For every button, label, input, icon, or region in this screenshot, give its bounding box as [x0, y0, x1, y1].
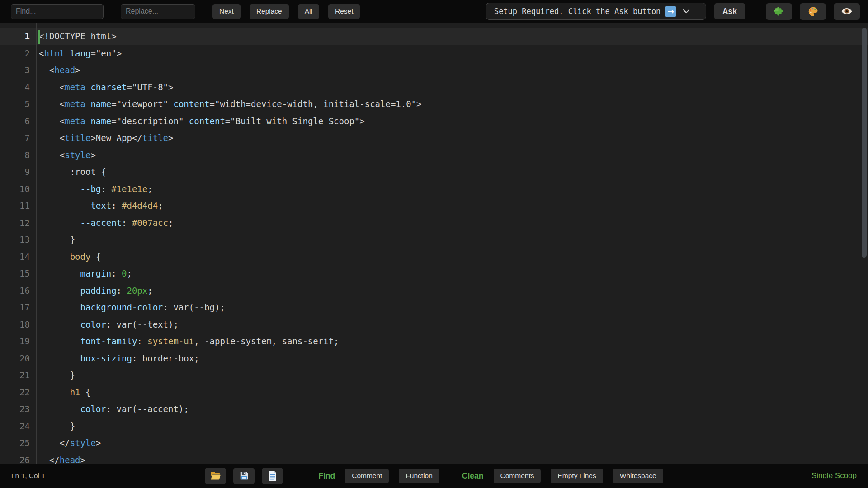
line-number: 22 [0, 384, 30, 401]
app-brand: Single Scoop [811, 471, 857, 480]
code-line[interactable]: 1<!DOCTYPE html> [0, 28, 868, 45]
line-number: 13 [0, 231, 30, 249]
line-number: 7 [0, 130, 30, 147]
code-line[interactable]: 8 <style> [0, 147, 868, 164]
code-text: --accent: #007acc; [30, 215, 173, 232]
status-dropdown[interactable]: Setup Required. Click the Ask button → [486, 3, 706, 20]
line-number: 6 [0, 113, 30, 130]
code-line[interactable]: 14 body { [0, 249, 868, 266]
find-input[interactable] [11, 4, 104, 19]
code-text: <html lang="en"> [30, 45, 122, 62]
code-text: } [30, 418, 75, 435]
extensions-button[interactable] [766, 3, 792, 20]
line-number: 11 [0, 197, 30, 215]
code-text: <meta charset="UTF-8"> [30, 79, 173, 96]
code-line[interactable]: 21 } [0, 367, 868, 384]
code-text: <meta name="description" content="Built … [30, 113, 365, 130]
reset-button[interactable]: Reset [328, 4, 360, 19]
code-text: h1 { [30, 384, 90, 401]
code-line[interactable]: 4 <meta charset="UTF-8"> [0, 79, 868, 96]
gutter-separator [36, 23, 37, 464]
code-line[interactable]: 16 padding: 20px; [0, 282, 868, 300]
code-line[interactable]: 20 box-sizing: border-box; [0, 350, 868, 367]
code-line[interactable]: 2<html lang="en"> [0, 45, 868, 62]
line-number: 10 [0, 181, 30, 198]
theme-button[interactable] [800, 3, 826, 20]
code-line[interactable]: 25 </style> [0, 435, 868, 452]
line-number: 12 [0, 215, 30, 232]
line-number: 19 [0, 333, 30, 350]
replace-input[interactable] [121, 4, 195, 19]
code-text: } [30, 367, 75, 384]
code-line[interactable]: 19 font-family: system-ui, -apple-system… [0, 333, 868, 350]
code-text: --bg: #1e1e1e; [30, 181, 153, 198]
vertical-scrollbar[interactable] [862, 28, 867, 258]
clean-comments-button[interactable]: Comments [494, 469, 541, 483]
code-text: background-color: var(--bg); [30, 299, 225, 316]
code-text: padding: 20px; [30, 282, 153, 300]
line-number: 20 [0, 350, 30, 367]
text-cursor [38, 30, 40, 44]
code-line[interactable]: 6 <meta name="description" content="Buil… [0, 113, 868, 130]
code-line[interactable]: 23 color: var(--accent); [0, 401, 868, 418]
code-text: </style> [30, 435, 101, 452]
code-text: :root { [30, 164, 106, 181]
line-number: 17 [0, 299, 30, 316]
save-file-button[interactable] [233, 468, 255, 484]
line-number: 23 [0, 401, 30, 418]
code-line[interactable]: 5 <meta name="viewport" content="width=d… [0, 96, 868, 113]
function-button[interactable]: Function [399, 469, 439, 483]
preview-button[interactable] [834, 3, 860, 20]
clean-empty-lines-button[interactable]: Empty Lines [551, 469, 603, 483]
line-number: 25 [0, 435, 30, 452]
line-number: 15 [0, 265, 30, 282]
line-number: 26 [0, 452, 30, 464]
new-file-button[interactable] [262, 468, 283, 484]
open-file-button[interactable] [205, 468, 226, 484]
code-editor[interactable]: 1<!DOCTYPE html>2<html lang="en">3 <head… [0, 23, 868, 464]
line-number: 24 [0, 418, 30, 435]
code-line[interactable]: 13 } [0, 231, 868, 249]
code-line[interactable]: 17 background-color: var(--bg); [0, 299, 868, 316]
code-line[interactable]: 7 <title>New App</title> [0, 130, 868, 147]
code-text: --text: #d4d4d4; [30, 197, 163, 215]
eye-icon [841, 6, 853, 16]
code-text: color: var(--text); [30, 316, 179, 333]
ask-button[interactable]: Ask [714, 3, 745, 19]
code-text: </head> [30, 452, 85, 464]
code-area: 1<!DOCTYPE html>2<html lang="en">3 <head… [0, 28, 868, 464]
code-line[interactable]: 18 color: var(--text); [0, 316, 868, 333]
right-arrow-icon: → [665, 6, 676, 17]
next-button[interactable]: Next [212, 4, 241, 19]
line-number: 1 [0, 28, 30, 45]
code-line[interactable]: 10 --bg: #1e1e1e; [0, 181, 868, 198]
code-line[interactable]: 22 h1 { [0, 384, 868, 401]
code-line[interactable]: 26 </head> [0, 452, 868, 464]
replace-button[interactable]: Replace [250, 4, 289, 19]
puzzle-icon [774, 6, 784, 17]
code-text: <head> [30, 62, 80, 79]
palette-icon [807, 6, 819, 17]
code-line[interactable]: 3 <head> [0, 62, 868, 79]
comment-button[interactable]: Comment [345, 469, 389, 483]
code-line[interactable]: 11 --text: #d4d4d4; [0, 197, 868, 215]
all-button[interactable]: All [298, 4, 319, 19]
code-text: body { [30, 249, 101, 266]
clean-whitespace-button[interactable]: Whitespace [613, 469, 663, 483]
line-number: 2 [0, 45, 30, 62]
chevron-down-icon [683, 9, 690, 14]
save-icon [239, 471, 249, 481]
clean-section-label: Clean [462, 471, 484, 481]
cursor-position: Ln 1, Col 1 [11, 472, 205, 480]
find-section-label: Find [318, 471, 335, 481]
code-text: box-sizing: border-box; [30, 350, 199, 367]
code-text: color: var(--accent); [30, 401, 189, 418]
code-line[interactable]: 24 } [0, 418, 868, 435]
code-line[interactable]: 12 --accent: #007acc; [0, 215, 868, 232]
line-number: 8 [0, 147, 30, 164]
code-text: <style> [30, 147, 96, 164]
code-line[interactable]: 9 :root { [0, 164, 868, 181]
code-text: <meta name="viewport" content="width=dev… [30, 96, 422, 113]
code-text: margin: 0; [30, 265, 132, 282]
code-line[interactable]: 15 margin: 0; [0, 265, 868, 282]
